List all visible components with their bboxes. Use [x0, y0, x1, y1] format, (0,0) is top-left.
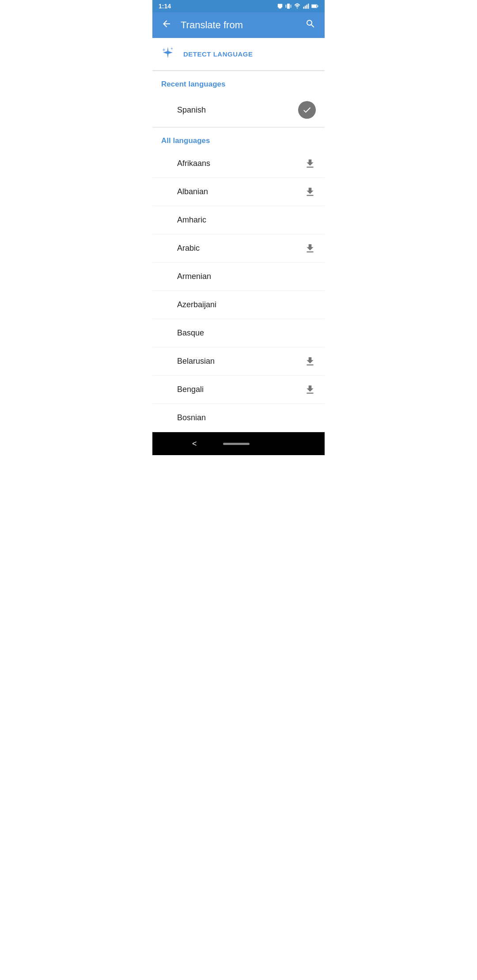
detect-language-row[interactable]: DETECT LANGUAGE — [152, 38, 325, 71]
svg-rect-10 — [312, 5, 317, 8]
recent-languages-header: Recent languages — [152, 71, 325, 93]
language-name: Azerbaijani — [177, 300, 216, 309]
signal-icon — [303, 3, 309, 9]
list-item[interactable]: Azerbaijani — [152, 291, 325, 319]
language-name: Bengali — [177, 385, 204, 394]
download-icon[interactable] — [304, 356, 316, 367]
svg-rect-5 — [303, 7, 304, 9]
language-name: Amharic — [177, 215, 206, 225]
list-item[interactable]: Amharic — [152, 206, 325, 234]
status-time: 1:14 — [159, 3, 171, 10]
svg-rect-11 — [318, 5, 318, 7]
list-item[interactable]: Afrikaans — [152, 150, 325, 178]
wifi-icon — [294, 3, 301, 9]
download-icon[interactable] — [304, 384, 316, 396]
app-bar: Translate from — [152, 12, 325, 38]
language-list: Afrikaans Albanian AmharicArabic Armenia… — [152, 150, 325, 432]
home-indicator[interactable] — [223, 443, 250, 445]
page-title: Translate from — [181, 19, 243, 31]
list-item[interactable]: Basque — [152, 319, 325, 347]
all-languages-header: All languages — [152, 128, 325, 150]
list-item[interactable]: Armenian — [152, 263, 325, 291]
svg-rect-8 — [308, 4, 309, 9]
sparkles-icon — [161, 46, 174, 62]
list-item[interactable]: Bengali — [152, 376, 325, 404]
svg-rect-1 — [279, 8, 281, 8]
detect-language-label: DETECT LANGUAGE — [183, 50, 253, 58]
download-icon[interactable] — [304, 243, 316, 254]
status-bar: 1:14 — [152, 0, 325, 12]
svg-rect-3 — [286, 5, 287, 8]
list-item[interactable]: Belarusian — [152, 347, 325, 376]
list-item[interactable]: Albanian — [152, 178, 325, 206]
list-item[interactable]: Spanish — [152, 93, 325, 127]
list-item[interactable]: Arabic — [152, 234, 325, 263]
list-item[interactable]: Bosnian — [152, 404, 325, 432]
language-name: Albanian — [177, 187, 208, 196]
language-name: Basque — [177, 328, 204, 338]
language-name: Spanish — [177, 106, 206, 115]
language-name: Belarusian — [177, 357, 215, 366]
language-name: Arabic — [177, 244, 200, 253]
search-button[interactable] — [303, 17, 318, 34]
status-icons — [277, 3, 318, 9]
back-button[interactable] — [159, 17, 174, 34]
app-bar-left: Translate from — [159, 17, 243, 34]
notification-icon — [277, 3, 283, 9]
language-name: Armenian — [177, 272, 211, 281]
svg-rect-4 — [291, 5, 292, 8]
svg-rect-2 — [287, 4, 290, 9]
svg-rect-0 — [278, 4, 283, 8]
svg-rect-7 — [307, 5, 307, 9]
download-icon[interactable] — [304, 186, 316, 198]
downloaded-icon — [298, 101, 316, 119]
language-name: Afrikaans — [177, 159, 210, 168]
battery-icon — [311, 3, 318, 9]
vibrate-icon — [285, 3, 292, 9]
bottom-nav: < — [152, 432, 325, 455]
language-name: Bosnian — [177, 413, 206, 422]
download-icon[interactable] — [304, 158, 316, 170]
svg-rect-6 — [305, 6, 306, 9]
back-nav-icon[interactable]: < — [192, 439, 197, 449]
